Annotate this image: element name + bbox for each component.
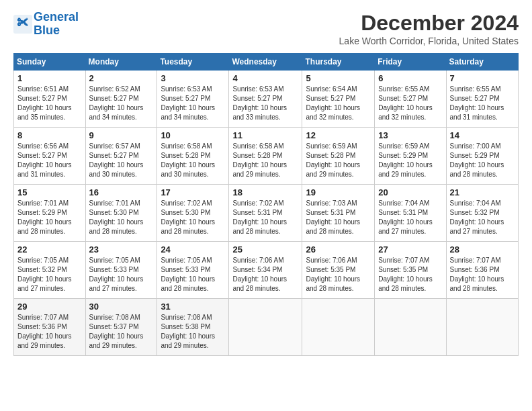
header-friday: Friday: [375, 54, 446, 71]
week-row-5: 29 Sunrise: 7:07 AM Sunset: 5:36 PM Dayl…: [14, 299, 519, 356]
day-number: 6: [378, 73, 442, 83]
day-info: Sunrise: 6:56 AM Sunset: 5:27 PM Dayligh…: [17, 142, 82, 179]
day-number: 15: [17, 187, 82, 197]
calendar-cell: 2 Sunrise: 6:52 AM Sunset: 5:27 PM Dayli…: [85, 71, 157, 128]
calendar-cell: 11 Sunrise: 6:58 AM Sunset: 5:28 PM Dayl…: [229, 128, 302, 185]
logo: ✀ General Blue: [13, 11, 79, 38]
header-thursday: Thursday: [302, 54, 375, 71]
calendar-cell: 27 Sunrise: 7:07 AM Sunset: 5:35 PM Dayl…: [375, 242, 446, 299]
day-number: 22: [17, 244, 82, 255]
calendar-cell: 25 Sunrise: 7:06 AM Sunset: 5:34 PM Dayl…: [229, 242, 302, 299]
day-info: Sunrise: 7:05 AM Sunset: 5:33 PM Dayligh…: [161, 256, 225, 293]
calendar-cell: 14 Sunrise: 7:00 AM Sunset: 5:29 PM Dayl…: [446, 128, 518, 185]
day-info: Sunrise: 6:54 AM Sunset: 5:27 PM Dayligh…: [306, 85, 371, 122]
calendar-cell: [375, 299, 446, 356]
title-area: December 2024 Lake Worth Corridor, Flori…: [339, 11, 519, 46]
day-info: Sunrise: 7:07 AM Sunset: 5:35 PM Dayligh…: [378, 256, 442, 293]
week-row-1: 1 Sunrise: 6:51 AM Sunset: 5:27 PM Dayli…: [14, 71, 519, 128]
calendar-cell: 12 Sunrise: 6:59 AM Sunset: 5:28 PM Dayl…: [302, 128, 375, 185]
calendar-cell: 20 Sunrise: 7:04 AM Sunset: 5:31 PM Dayl…: [375, 185, 446, 242]
calendar-cell: 31 Sunrise: 7:08 AM Sunset: 5:38 PM Dayl…: [157, 299, 229, 356]
calendar-cell: 13 Sunrise: 6:59 AM Sunset: 5:29 PM Dayl…: [375, 128, 446, 185]
calendar-table: Sunday Monday Tuesday Wednesday Thursday…: [13, 53, 519, 356]
calendar-cell: 24 Sunrise: 7:05 AM Sunset: 5:33 PM Dayl…: [157, 242, 229, 299]
day-number: 30: [89, 302, 154, 312]
day-number: 19: [306, 187, 371, 197]
svg-text:✀: ✀: [17, 16, 29, 30]
calendar-cell: 21 Sunrise: 7:04 AM Sunset: 5:32 PM Dayl…: [446, 185, 518, 242]
day-number: 9: [89, 130, 154, 140]
day-number: 14: [450, 130, 515, 140]
day-number: 10: [161, 130, 225, 140]
day-number: 7: [450, 73, 515, 83]
calendar-cell: 10 Sunrise: 6:58 AM Sunset: 5:28 PM Dayl…: [157, 128, 229, 185]
day-number: 16: [89, 187, 154, 197]
calendar-cell: 4 Sunrise: 6:53 AM Sunset: 5:27 PM Dayli…: [229, 71, 302, 128]
calendar-cell: 6 Sunrise: 6:55 AM Sunset: 5:27 PM Dayli…: [375, 71, 446, 128]
calendar-cell: 3 Sunrise: 6:53 AM Sunset: 5:27 PM Dayli…: [157, 71, 229, 128]
calendar-header-row: Sunday Monday Tuesday Wednesday Thursday…: [14, 54, 519, 71]
day-info: Sunrise: 7:07 AM Sunset: 5:36 PM Dayligh…: [17, 313, 82, 351]
day-info: Sunrise: 7:05 AM Sunset: 5:33 PM Dayligh…: [89, 256, 154, 293]
header-monday: Monday: [85, 54, 157, 71]
day-number: 5: [306, 73, 371, 83]
calendar-cell: 5 Sunrise: 6:54 AM Sunset: 5:27 PM Dayli…: [302, 71, 375, 128]
day-info: Sunrise: 6:52 AM Sunset: 5:27 PM Dayligh…: [89, 85, 154, 122]
day-info: Sunrise: 7:07 AM Sunset: 5:36 PM Dayligh…: [450, 256, 515, 293]
calendar-cell: 15 Sunrise: 7:01 AM Sunset: 5:29 PM Dayl…: [14, 185, 86, 242]
day-info: Sunrise: 6:58 AM Sunset: 5:28 PM Dayligh…: [232, 142, 298, 179]
day-number: 18: [232, 187, 298, 197]
calendar-cell: 9 Sunrise: 6:57 AM Sunset: 5:27 PM Dayli…: [85, 128, 157, 185]
header-sunday: Sunday: [14, 54, 86, 71]
day-number: 12: [306, 130, 371, 140]
day-number: 31: [161, 302, 225, 312]
day-info: Sunrise: 7:08 AM Sunset: 5:38 PM Dayligh…: [161, 313, 225, 351]
day-number: 1: [17, 73, 82, 83]
day-info: Sunrise: 6:58 AM Sunset: 5:28 PM Dayligh…: [161, 142, 225, 179]
calendar-page: ✀ General Blue December 2024 Lake Worth …: [0, 0, 532, 411]
calendar-cell: [446, 299, 518, 356]
location: Lake Worth Corridor, Florida, United Sta…: [339, 36, 519, 46]
day-info: Sunrise: 6:57 AM Sunset: 5:27 PM Dayligh…: [89, 142, 154, 179]
day-info: Sunrise: 6:53 AM Sunset: 5:27 PM Dayligh…: [161, 85, 225, 122]
calendar-cell: 26 Sunrise: 7:06 AM Sunset: 5:35 PM Dayl…: [302, 242, 375, 299]
day-info: Sunrise: 7:04 AM Sunset: 5:31 PM Dayligh…: [378, 199, 442, 236]
day-info: Sunrise: 7:03 AM Sunset: 5:31 PM Dayligh…: [306, 199, 371, 236]
day-number: 11: [232, 130, 298, 140]
day-info: Sunrise: 7:08 AM Sunset: 5:37 PM Dayligh…: [89, 313, 154, 351]
day-number: 2: [89, 73, 154, 83]
calendar-cell: 18 Sunrise: 7:02 AM Sunset: 5:31 PM Dayl…: [229, 185, 302, 242]
calendar-cell: 23 Sunrise: 7:05 AM Sunset: 5:33 PM Dayl…: [85, 242, 157, 299]
day-info: Sunrise: 6:53 AM Sunset: 5:27 PM Dayligh…: [232, 85, 298, 122]
calendar-cell: 1 Sunrise: 6:51 AM Sunset: 5:27 PM Dayli…: [14, 71, 86, 128]
logo-text: General Blue: [34, 11, 79, 38]
day-info: Sunrise: 6:55 AM Sunset: 5:27 PM Dayligh…: [450, 85, 515, 122]
calendar-cell: 17 Sunrise: 7:02 AM Sunset: 5:30 PM Dayl…: [157, 185, 229, 242]
day-number: 23: [89, 244, 154, 255]
day-info: Sunrise: 7:02 AM Sunset: 5:30 PM Dayligh…: [161, 199, 225, 236]
week-row-4: 22 Sunrise: 7:05 AM Sunset: 5:32 PM Dayl…: [14, 242, 519, 299]
day-info: Sunrise: 7:06 AM Sunset: 5:34 PM Dayligh…: [232, 256, 298, 293]
day-info: Sunrise: 6:59 AM Sunset: 5:28 PM Dayligh…: [306, 142, 371, 179]
logo-icon: ✀: [13, 15, 32, 34]
page-header: ✀ General Blue December 2024 Lake Worth …: [13, 11, 519, 46]
calendar-cell: 28 Sunrise: 7:07 AM Sunset: 5:36 PM Dayl…: [446, 242, 518, 299]
calendar-cell: 22 Sunrise: 7:05 AM Sunset: 5:32 PM Dayl…: [14, 242, 86, 299]
day-number: 25: [232, 244, 298, 255]
day-number: 21: [450, 187, 515, 197]
calendar-cell: [302, 299, 375, 356]
day-info: Sunrise: 7:04 AM Sunset: 5:32 PM Dayligh…: [450, 199, 515, 236]
day-info: Sunrise: 7:01 AM Sunset: 5:29 PM Dayligh…: [17, 199, 82, 236]
calendar-cell: 7 Sunrise: 6:55 AM Sunset: 5:27 PM Dayli…: [446, 71, 518, 128]
day-number: 27: [378, 244, 442, 255]
calendar-cell: 16 Sunrise: 7:01 AM Sunset: 5:30 PM Dayl…: [85, 185, 157, 242]
day-number: 13: [378, 130, 442, 140]
day-number: 26: [306, 244, 371, 255]
calendar-cell: 8 Sunrise: 6:56 AM Sunset: 5:27 PM Dayli…: [14, 128, 86, 185]
week-row-2: 8 Sunrise: 6:56 AM Sunset: 5:27 PM Dayli…: [14, 128, 519, 185]
day-number: 8: [17, 130, 82, 140]
day-number: 24: [161, 244, 225, 255]
week-row-3: 15 Sunrise: 7:01 AM Sunset: 5:29 PM Dayl…: [14, 185, 519, 242]
calendar-cell: 30 Sunrise: 7:08 AM Sunset: 5:37 PM Dayl…: [85, 299, 157, 356]
day-info: Sunrise: 6:51 AM Sunset: 5:27 PM Dayligh…: [17, 85, 82, 122]
